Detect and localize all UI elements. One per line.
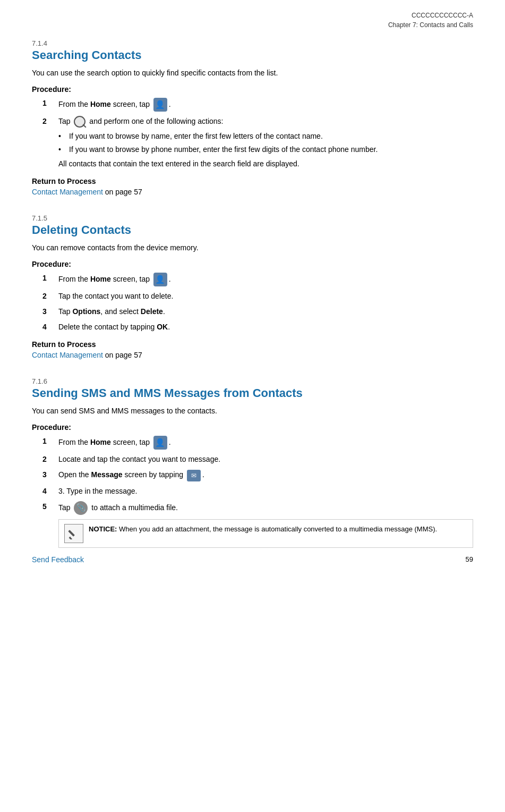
attachment-icon: 📎 bbox=[74, 501, 88, 515]
section-716: 7.1.6 Sending SMS and MMS Messages from … bbox=[32, 377, 473, 547]
step-714-2-content: Tap and perform one of the following act… bbox=[58, 116, 473, 170]
message-icon: ✉ bbox=[187, 470, 201, 481]
bullet-714-1: If you want to browse by name, enter the… bbox=[58, 131, 473, 142]
person-icon-1: 👤 bbox=[153, 98, 167, 112]
step-715-1: 1 From the Home screen, tap 👤. bbox=[32, 273, 473, 286]
notice-bold: NOTICE: bbox=[89, 525, 117, 533]
all-contacts-note: All contacts that contain the text enter… bbox=[58, 158, 473, 170]
bullet-714-2: If you want to browse by phone number, e… bbox=[58, 144, 473, 155]
step-715-1-num: 1 bbox=[42, 273, 58, 284]
section-715-return: Return to Process Contact Management on … bbox=[32, 340, 473, 359]
section-715-intro: You can remove contacts from the device … bbox=[32, 242, 473, 253]
page-footer: Send Feedback 59 bbox=[32, 555, 473, 564]
step-715-1-bold: Home bbox=[90, 275, 111, 283]
step-716-5-num: 5 bbox=[42, 501, 58, 512]
step-715-2-num: 2 bbox=[42, 291, 58, 302]
section-714: 7.1.4 Searching Contacts You can use the… bbox=[32, 39, 473, 196]
step-715-3-bold1: Options bbox=[72, 307, 100, 316]
step-714-2: 2 Tap and perform one of the following a… bbox=[32, 116, 473, 170]
step-716-5: 5 Tap 📎 to attach a multimedia file. bbox=[32, 501, 473, 548]
notice-box: NOTICE: When you add an attachment, the … bbox=[58, 519, 473, 548]
step-716-1-bold: Home bbox=[90, 438, 111, 446]
person-icon-3: 👤 bbox=[153, 436, 167, 450]
person-icon-2: 👤 bbox=[153, 273, 167, 286]
step-714-2-num: 2 bbox=[42, 116, 58, 127]
section-715-title: Deleting Contacts bbox=[32, 223, 473, 237]
svg-rect-1 bbox=[68, 530, 75, 537]
step-716-1-num: 1 bbox=[42, 436, 58, 447]
step-716-4-content: 3. Type in the message. bbox=[58, 486, 473, 497]
section-714-steps: 1 From the Home screen, tap 👤. 2 Tap and… bbox=[32, 98, 473, 170]
step-716-3-num: 3 bbox=[42, 469, 58, 480]
page-header: CCCCCCCCCCCC-A Chapter 7: Contacts and C… bbox=[32, 11, 473, 30]
section-715-number: 7.1.5 bbox=[32, 214, 473, 222]
header-line2: Chapter 7: Contacts and Calls bbox=[32, 20, 473, 30]
step-716-3-bold: Message bbox=[91, 470, 123, 479]
header-line1: CCCCCCCCCCCC-A bbox=[32, 11, 473, 20]
search-icon-1 bbox=[74, 116, 85, 128]
step-716-3: 3 Open the Message screen by tapping ✉. bbox=[32, 469, 473, 481]
step-716-3-content: Open the Message screen by tapping ✉. bbox=[58, 469, 473, 481]
step-715-2: 2 Tap the contact you want to delete. bbox=[32, 291, 473, 302]
step-716-2-num: 2 bbox=[42, 454, 58, 465]
section-716-steps: 1 From the Home screen, tap 👤. 2 Locate … bbox=[32, 436, 473, 547]
send-feedback-link[interactable]: Send Feedback bbox=[32, 555, 84, 564]
section-715-return-link[interactable]: Contact Management bbox=[32, 351, 103, 359]
section-714-intro: You can use the search option to quickly… bbox=[32, 67, 473, 79]
step-715-2-content: Tap the contact you want to delete. bbox=[58, 291, 473, 302]
step-714-1-bold: Home bbox=[90, 100, 111, 108]
page-number: 59 bbox=[466, 555, 473, 564]
section-715-procedure-label: Procedure: bbox=[32, 260, 473, 268]
step-715-4: 4 Delete the contact by tapping OK. bbox=[32, 322, 473, 333]
section-716-number: 7.1.6 bbox=[32, 377, 473, 385]
section-714-procedure-label: Procedure: bbox=[32, 85, 473, 94]
step-714-1: 1 From the Home screen, tap 👤. bbox=[32, 98, 473, 112]
step-715-1-content: From the Home screen, tap 👤. bbox=[58, 273, 473, 286]
section-716-procedure-label: Procedure: bbox=[32, 423, 473, 432]
step-716-1-content: From the Home screen, tap 👤. bbox=[58, 436, 473, 450]
section-714-return-link[interactable]: Contact Management bbox=[32, 188, 103, 196]
separator-1 bbox=[32, 204, 473, 214]
step-715-3-content: Tap Options, and select Delete. bbox=[58, 306, 473, 317]
step-715-3-bold2: Delete bbox=[141, 307, 163, 316]
section-715: 7.1.5 Deleting Contacts You can remove c… bbox=[32, 214, 473, 359]
notice-text: NOTICE: When you add an attachment, the … bbox=[89, 524, 437, 535]
step-715-3-num: 3 bbox=[42, 306, 58, 317]
section-716-title: Sending SMS and MMS Messages from Contac… bbox=[32, 386, 473, 400]
section-714-return: Return to Process Contact Management on … bbox=[32, 177, 473, 196]
step-715-4-num: 4 bbox=[42, 322, 58, 333]
step-715-4-content: Delete the contact by tapping OK. bbox=[58, 322, 473, 333]
step-716-1: 1 From the Home screen, tap 👤. bbox=[32, 436, 473, 450]
pencil-icon bbox=[68, 528, 80, 539]
notice-icon bbox=[64, 524, 83, 543]
step-716-4: 4 3. Type in the message. bbox=[32, 486, 473, 497]
page-container: CCCCCCCCCCCC-A Chapter 7: Contacts and C… bbox=[0, 0, 505, 574]
section-714-title: Searching Contacts bbox=[32, 48, 473, 62]
section-715-return-label: Return to Process bbox=[32, 340, 473, 349]
section-716-intro: You can send SMS and MMS messages to the… bbox=[32, 405, 473, 417]
step-716-2: 2 Locate and tap the contact you want to… bbox=[32, 454, 473, 465]
step-715-4-bold: OK bbox=[157, 323, 168, 331]
section-714-return-suffix: on page 57 bbox=[103, 188, 142, 196]
step-715-3: 3 Tap Options, and select Delete. bbox=[32, 306, 473, 317]
step-716-5-content: Tap 📎 to attach a multimedia file. NOTIC… bbox=[58, 501, 473, 548]
section-715-return-suffix: on page 57 bbox=[103, 351, 142, 359]
step-714-1-content: From the Home screen, tap 👤. bbox=[58, 98, 473, 112]
step-716-2-content: Locate and tap the contact you want to m… bbox=[58, 454, 473, 465]
section-714-number: 7.1.4 bbox=[32, 39, 473, 47]
step-716-4-num: 4 bbox=[42, 486, 58, 497]
step-714-1-num: 1 bbox=[42, 98, 58, 109]
section-714-return-label: Return to Process bbox=[32, 177, 473, 185]
separator-2 bbox=[32, 367, 473, 377]
section-714-bullets: If you want to browse by name, enter the… bbox=[58, 131, 473, 155]
section-715-steps: 1 From the Home screen, tap 👤. 2 Tap the… bbox=[32, 273, 473, 333]
